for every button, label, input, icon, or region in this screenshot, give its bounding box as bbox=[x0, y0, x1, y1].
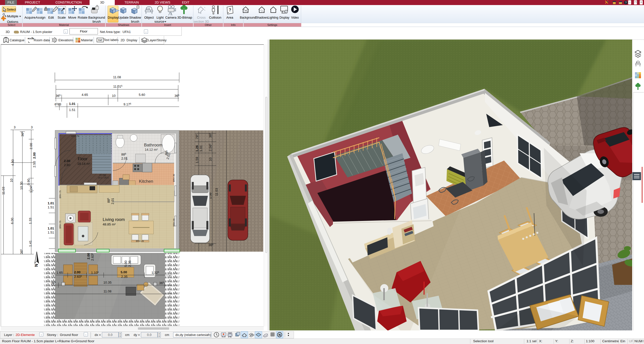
svg-text:Living room: Living room bbox=[103, 217, 125, 222]
svg-text:2.35: 2.35 bbox=[128, 260, 132, 267]
svg-text:Select: Select bbox=[7, 8, 16, 11]
svg-text:Object: Object bbox=[144, 16, 154, 19]
svg-text:Floor: Floor bbox=[78, 157, 88, 161]
svg-text:Rotate: Rotate bbox=[78, 16, 87, 19]
svg-text:10.35: 10.35 bbox=[103, 281, 112, 284]
svg-text:9.175: 9.175 bbox=[124, 102, 131, 106]
svg-text:11.015: 11.015 bbox=[113, 85, 123, 88]
svg-text:Background: Background bbox=[88, 16, 105, 19]
svg-text:1.26: 1.26 bbox=[195, 145, 199, 151]
svg-text:N: N bbox=[279, 333, 281, 337]
svg-text:365: 365 bbox=[174, 94, 179, 98]
svg-text:3D-Bitmap: 3D-Bitmap bbox=[177, 16, 192, 19]
svg-text:2.01: 2.01 bbox=[111, 198, 115, 204]
svg-text:Scale: Scale bbox=[58, 16, 66, 19]
svg-text:1.01: 1.01 bbox=[69, 102, 75, 106]
svg-text:brush: brush bbox=[131, 20, 139, 23]
svg-text:Lighting: Lighting bbox=[268, 16, 278, 19]
svg-text:10: 10 bbox=[10, 179, 13, 182]
svg-text:6.00: 6.00 bbox=[10, 218, 14, 224]
svg-text:11.03: 11.03 bbox=[2, 187, 5, 195]
svg-text:365: 365 bbox=[20, 249, 23, 254]
svg-text:365: 365 bbox=[21, 132, 24, 136]
svg-text:N: N bbox=[34, 264, 39, 267]
svg-text:BRH 75: BRH 75 bbox=[59, 220, 61, 228]
svg-text:11.03: 11.03 bbox=[215, 188, 218, 196]
svg-text:2.00: 2.00 bbox=[64, 159, 70, 163]
svg-text:2.00: 2.00 bbox=[29, 143, 33, 149]
svg-text:2.00: 2.00 bbox=[87, 253, 90, 259]
svg-text:Shadow: Shadow bbox=[129, 16, 141, 19]
svg-text:Camera: Camera bbox=[165, 16, 177, 19]
svg-text:11.08: 11.08 bbox=[113, 75, 121, 79]
svg-text:5.60: 5.60 bbox=[139, 93, 145, 97]
svg-text:Edit: Edit bbox=[48, 16, 54, 19]
svg-text:Video: Video bbox=[291, 16, 299, 19]
svg-text:Display: Display bbox=[279, 16, 289, 19]
svg-text:10: 10 bbox=[112, 94, 116, 98]
svg-text:brush: brush bbox=[93, 20, 101, 23]
svg-text:Multiple: Multiple bbox=[7, 14, 18, 18]
svg-text:1.51: 1.51 bbox=[69, 108, 75, 112]
svg-text:5.00: 5.00 bbox=[124, 260, 128, 267]
svg-text:2.80: 2.80 bbox=[64, 163, 70, 167]
svg-text:1.51: 1.51 bbox=[48, 205, 54, 209]
svg-text:BRH 76: BRH 76 bbox=[71, 135, 79, 137]
svg-text:1.01: 1.01 bbox=[199, 145, 203, 151]
svg-text:1.33: 1.33 bbox=[28, 218, 32, 224]
svg-text:18.14 m²: 18.14 m² bbox=[77, 162, 90, 166]
svg-text:Assign: Assign bbox=[35, 16, 45, 19]
svg-text:TXT: TXT bbox=[98, 39, 103, 42]
svg-text:BRH 30: BRH 30 bbox=[173, 174, 175, 182]
svg-text:4.65: 4.65 bbox=[82, 93, 88, 97]
svg-text:3: 3 bbox=[14, 125, 15, 129]
svg-text:1.41: 1.41 bbox=[28, 240, 32, 247]
svg-text:18.1 / 25.5: 18.1 / 25.5 bbox=[98, 176, 109, 179]
svg-text:4.90: 4.90 bbox=[11, 159, 15, 166]
svg-text:6583: 6583 bbox=[55, 102, 61, 106]
svg-text:2.00: 2.00 bbox=[32, 152, 36, 159]
svg-text:source: source bbox=[154, 20, 164, 23]
svg-text:5.00: 5.00 bbox=[121, 270, 127, 274]
svg-text:Collision: Collision bbox=[209, 16, 221, 19]
svg-text:Update: Update bbox=[118, 16, 129, 19]
svg-text:1.01: 1.01 bbox=[48, 201, 54, 205]
svg-text:1.59: 1.59 bbox=[195, 157, 199, 163]
svg-text:Acquire: Acquire bbox=[24, 16, 35, 19]
svg-text:?: ? bbox=[229, 8, 231, 12]
svg-text:Bathroom: Bathroom bbox=[144, 143, 163, 147]
svg-text:ROOM: ROOM bbox=[28, 37, 34, 40]
svg-text:10.30: 10.30 bbox=[20, 182, 23, 190]
svg-text:Kitchen: Kitchen bbox=[139, 179, 153, 184]
svg-text:10: 10 bbox=[208, 158, 212, 161]
svg-text:Display: Display bbox=[108, 16, 119, 19]
svg-text:2.50: 2.50 bbox=[32, 161, 36, 167]
svg-text:1.51: 1.51 bbox=[48, 231, 54, 234]
svg-text:14.12 m²: 14.12 m² bbox=[145, 148, 158, 151]
svg-text:Move: Move bbox=[68, 16, 76, 19]
svg-text:365: 365 bbox=[56, 94, 60, 98]
svg-text:Area: Area bbox=[226, 16, 233, 19]
svg-text:section 3D: section 3D bbox=[194, 20, 209, 23]
svg-text:11.08: 11.08 bbox=[103, 289, 111, 293]
svg-text:Light: Light bbox=[157, 16, 164, 19]
svg-text:1.65: 1.65 bbox=[56, 271, 63, 275]
svg-text:2.35: 2.35 bbox=[121, 275, 127, 279]
svg-text:2.00: 2.00 bbox=[74, 270, 80, 274]
svg-text:48.85 m²: 48.85 m² bbox=[103, 222, 116, 226]
svg-text:BRH 26: BRH 26 bbox=[136, 240, 144, 242]
svg-text:Shadows: Shadows bbox=[255, 16, 268, 19]
svg-text:Cross: Cross bbox=[197, 16, 206, 19]
svg-text:BRH 75: BRH 75 bbox=[59, 190, 61, 198]
svg-text:0.90: 0.90 bbox=[27, 179, 30, 185]
svg-text:?: ? bbox=[625, 1, 627, 4]
svg-text:Background: Background bbox=[240, 16, 256, 19]
svg-text:2.01: 2.01 bbox=[121, 157, 128, 160]
svg-text:3: 3 bbox=[31, 125, 32, 129]
svg-text:1.01: 1.01 bbox=[48, 226, 54, 230]
svg-text:15 Stg: 15 Stg bbox=[99, 174, 106, 176]
svg-text:1.245: 1.245 bbox=[29, 185, 33, 193]
